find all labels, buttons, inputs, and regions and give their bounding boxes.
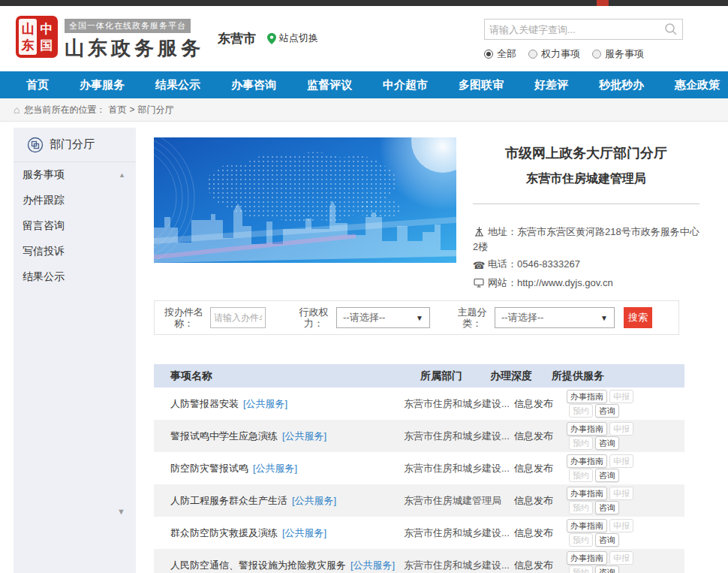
site-title: 山东政务服务	[65, 35, 204, 62]
nav-item[interactable]: 办事咨询	[231, 78, 276, 92]
search-button[interactable]: 搜索	[624, 307, 652, 328]
item-name-cell: 人防工程服务群众生产生活[公共服务]	[154, 494, 404, 508]
home-icon: ⌂	[14, 104, 20, 116]
filter-bar: 按办件名称： 行政权力： --请选择-- ▼ 主题分类： --请选择-- ▼ 搜…	[154, 300, 679, 335]
book-button[interactable]: 预约	[569, 436, 593, 450]
scope-radio-option[interactable]: 服务事项	[592, 47, 644, 61]
book-button[interactable]: 预约	[569, 469, 593, 482]
keyword-search-input[interactable]	[489, 24, 664, 35]
consult-button[interactable]: 咨询	[595, 469, 619, 482]
department-info-panel: 市级网上政务大厅部门分厅 东营市住房城建管理局 地址：东营市东营区黄河路218号…	[473, 144, 699, 295]
sidebar-item[interactable]: 办件跟踪	[14, 188, 136, 213]
nav-item[interactable]: 秒批秒办	[599, 78, 644, 92]
item-name: 人民防空通信、警报设施为抢险救灾服务	[170, 559, 346, 571]
scope-radio-option[interactable]: 全部	[484, 47, 516, 61]
sidebar-item[interactable]: 写信投诉	[14, 239, 136, 264]
sidebar-title: 部门分厅	[50, 137, 95, 152]
item-name-input[interactable]	[210, 307, 266, 328]
nav-item[interactable]: 惠企政策	[675, 78, 720, 92]
apply-button[interactable]: 申报	[609, 454, 633, 468]
power-select[interactable]: --请选择-- ▼	[336, 307, 430, 328]
guide-button[interactable]: 办事指南	[567, 454, 607, 468]
radio-icon[interactable]	[592, 50, 601, 59]
item-name: 群众防空防灾救援及演练	[170, 527, 278, 538]
item-name-label: 按办件名称：	[162, 306, 206, 329]
consult-button[interactable]: 咨询	[595, 436, 619, 450]
sidebar-item[interactable]: 结果公示	[14, 264, 136, 290]
sidebar: 部门分厅 服务事项 ▲ 办件跟踪 留言咨询	[14, 128, 136, 573]
book-button[interactable]: 预约	[569, 404, 593, 418]
item-name-cell: 防空防灾警报试鸣[公共服务]	[154, 462, 404, 475]
col-header-depth: 办理深度	[490, 369, 552, 383]
book-button[interactable]: 预约	[569, 565, 593, 573]
item-department: 东营市住房和城乡建设...	[404, 559, 514, 572]
guide-button[interactable]: 办事指南	[567, 390, 607, 403]
apply-button[interactable]: 申报	[609, 422, 633, 436]
sidebar-item[interactable]: 服务事项 ▲	[14, 162, 136, 188]
nav-item[interactable]: 办事服务	[80, 78, 125, 92]
scroll-down-arrow[interactable]: ▼	[117, 507, 125, 516]
breadcrumb-home-link[interactable]: 首页	[108, 104, 126, 116]
topic-select[interactable]: --请选择-- ▼	[495, 307, 615, 328]
col-header-services: 所提供服务	[552, 369, 684, 383]
topic-label: 主题分类：	[454, 306, 490, 329]
public-service-tag-link[interactable]: [公共服务]	[282, 430, 326, 442]
radio-icon[interactable]	[528, 50, 537, 59]
breadcrumb-current: 部门分厅	[137, 104, 173, 116]
table-row: 人民防空通信、警报设施为抢险救灾服务[公共服务] 东营市住房和城乡建设... 信…	[154, 549, 684, 573]
radio-icon[interactable]	[484, 50, 493, 59]
consult-button[interactable]: 咨询	[595, 533, 619, 547]
book-button[interactable]: 预约	[569, 533, 593, 547]
nav-item[interactable]: 结果公示	[155, 78, 200, 92]
platform-badge: 全国一体化在线政务服务平台	[65, 19, 191, 33]
item-name: 防空防灾警报试鸣	[170, 463, 248, 474]
public-service-tag-link[interactable]: [公共服务]	[282, 527, 326, 538]
sidebar-item-label: 办件跟踪	[23, 194, 65, 207]
site-header: 山 东 中 国 全国一体化在线政务服务平台 山东政务服务 东营市 站点切换	[0, 6, 728, 71]
apply-button[interactable]: 申报	[609, 390, 633, 403]
public-service-tag-link[interactable]: [公共服务]	[292, 495, 336, 506]
department-hall-icon	[27, 137, 44, 153]
apply-button[interactable]: 申报	[609, 519, 633, 532]
sidebar-item[interactable]: 留言咨询	[14, 213, 136, 239]
power-label: 行政权力：	[296, 306, 332, 329]
public-service-tag-link[interactable]: [公共服务]	[253, 463, 297, 474]
guide-button[interactable]: 办事指南	[567, 487, 607, 500]
nav-item[interactable]: 好差评	[534, 78, 568, 92]
divider	[473, 204, 699, 204]
nav-item[interactable]: 中介超市	[383, 78, 428, 92]
site-switch-link[interactable]: 站点切换	[267, 32, 318, 45]
scope-radio-option[interactable]: 权力事项	[528, 47, 580, 61]
item-depth: 信息发布	[514, 397, 567, 411]
svg-text:国: 国	[41, 38, 53, 53]
col-header-dept: 所属部门	[420, 369, 490, 383]
public-service-tag-link[interactable]: [公共服务]	[350, 559, 395, 571]
apply-button[interactable]: 申报	[609, 487, 633, 500]
guide-button[interactable]: 办事指南	[567, 422, 607, 436]
nav-item[interactable]: 多图联审	[459, 78, 504, 92]
shandong-seal-logo: 山 东 中 国	[15, 15, 59, 59]
guide-button[interactable]: 办事指南	[567, 519, 607, 532]
consult-button[interactable]: 咨询	[595, 565, 619, 573]
guide-button[interactable]: 办事指南	[567, 551, 607, 565]
power-select-value: --请选择--	[343, 311, 385, 324]
item-actions: 办事指南 申报 预约 咨询	[567, 421, 684, 451]
item-actions: 办事指南 申报 预约 咨询	[567, 550, 684, 573]
consult-button[interactable]: 咨询	[595, 501, 619, 514]
item-depth: 信息发布	[514, 462, 567, 475]
item-department: 东营市住房和城乡建设...	[404, 397, 514, 411]
item-actions: 办事指南 申报 预约 咨询	[567, 389, 684, 418]
current-city: 东营市	[218, 30, 256, 47]
apply-button[interactable]: 申报	[609, 551, 633, 565]
search-icon[interactable]	[664, 23, 678, 36]
table-row: 人防工程服务群众生产生活[公共服务] 东营市住房城建管理局 信息发布 办事指南 …	[154, 484, 684, 517]
nav-item[interactable]: 首页	[26, 78, 49, 92]
public-service-tag-link[interactable]: [公共服务]	[243, 398, 287, 409]
table-body: 人防警报器安装[公共服务] 东营市住房和城乡建设... 信息发布 办事指南 申报…	[154, 388, 684, 573]
item-name-cell: 人防警报器安装[公共服务]	[154, 397, 404, 411]
consult-button[interactable]: 咨询	[595, 404, 619, 418]
nav-item[interactable]: 监督评议	[307, 78, 352, 92]
table-row: 警报试鸣中学生应急演练[公共服务] 东营市住房和城乡建设... 信息发布 办事指…	[154, 420, 684, 452]
book-button[interactable]: 预约	[569, 501, 593, 514]
table-row: 防空防灾警报试鸣[公共服务] 东营市住房和城乡建设... 信息发布 办事指南 申…	[154, 452, 684, 484]
